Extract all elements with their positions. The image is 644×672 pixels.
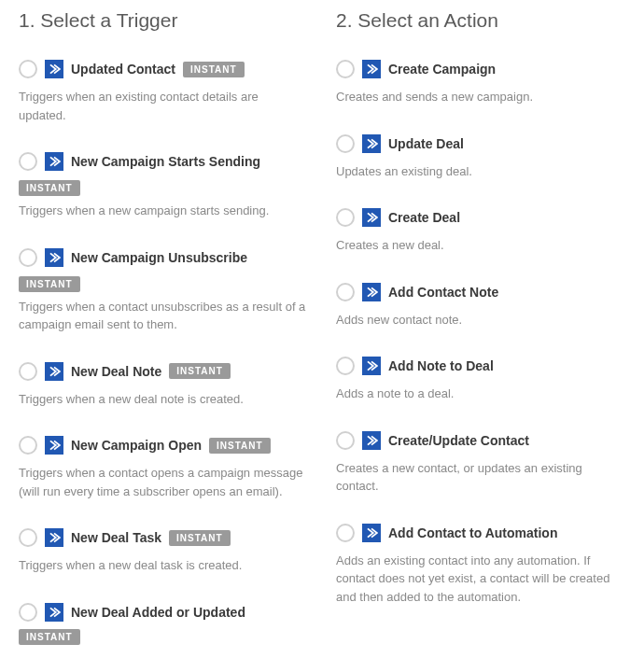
- option-header[interactable]: Create Deal: [336, 208, 625, 227]
- option-description: Adds new contact note.: [336, 311, 625, 329]
- app-chevrons-icon: [362, 134, 381, 153]
- option-title: Create/Update Contact: [388, 433, 529, 448]
- option-description: Creates a new contact, or updates an exi…: [336, 459, 625, 496]
- option-header[interactable]: Create/Update Contact: [336, 431, 625, 450]
- app-chevrons-icon: [45, 362, 63, 381]
- option-title: New Deal Added or Updated: [71, 605, 245, 620]
- app-chevrons-icon: [45, 436, 63, 455]
- option-description: Triggers when a contact unsubscribes as …: [19, 298, 308, 334]
- section-heading: 1. Select a Trigger: [19, 9, 308, 32]
- option-description: Triggers when a new deal note is created…: [19, 390, 308, 409]
- option-item: Add Contact to AutomationAdds an existin…: [336, 524, 625, 607]
- option-radio[interactable]: [19, 60, 37, 78]
- app-chevrons-icon: [362, 283, 381, 301]
- option-header[interactable]: New Deal Added or UpdatedINSTANT: [19, 603, 308, 645]
- option-radio[interactable]: [19, 362, 37, 381]
- instant-badge: INSTANT: [209, 438, 271, 454]
- option-title: Add Note to Deal: [388, 358, 494, 373]
- option-description: Adds a note to a deal.: [336, 385, 625, 403]
- app-chevrons-icon: [45, 152, 63, 171]
- option-radio[interactable]: [336, 431, 355, 450]
- option-radio[interactable]: [336, 208, 355, 227]
- option-header[interactable]: Add Note to Deal: [336, 357, 625, 375]
- option-header[interactable]: Add Contact to Automation: [336, 524, 625, 542]
- option-item: New Deal NoteINSTANTTriggers when a new …: [19, 362, 308, 409]
- option-title: Updated Contact: [71, 62, 175, 77]
- option-description: Triggers when a new deal task is created…: [19, 556, 308, 575]
- option-description: Adds an existing contact into any automa…: [336, 552, 625, 607]
- app-chevrons-icon: [45, 603, 63, 622]
- option-title: New Deal Note: [71, 364, 161, 379]
- option-title: Create Deal: [388, 210, 460, 225]
- option-radio[interactable]: [19, 248, 37, 267]
- option-radio[interactable]: [336, 524, 355, 542]
- option-item: New Deal TaskINSTANTTriggers when a new …: [19, 528, 308, 575]
- instant-badge: INSTANT: [19, 629, 80, 645]
- option-item: New Campaign Starts SendingINSTANTTrigge…: [19, 152, 308, 220]
- badge-row: INSTANT: [19, 180, 308, 196]
- option-title: Update Deal: [388, 136, 464, 151]
- app-chevrons-icon: [362, 357, 381, 375]
- option-item: New Campaign OpenINSTANTTriggers when a …: [19, 436, 308, 500]
- option-header[interactable]: Updated ContactINSTANT: [19, 60, 308, 78]
- option-title: New Deal Task: [71, 530, 161, 545]
- instant-badge: INSTANT: [19, 180, 80, 196]
- option-item: Create/Update ContactCreates a new conta…: [336, 431, 625, 496]
- option-radio[interactable]: [336, 357, 355, 375]
- option-description: Triggers when a contact opens a campaign…: [19, 464, 308, 500]
- option-header[interactable]: New Campaign Unsubscribe: [19, 248, 308, 267]
- instant-badge: INSTANT: [169, 530, 231, 546]
- option-description: Creates a new deal.: [336, 236, 625, 255]
- option-item: Create CampaignCreates and sends a new c…: [336, 60, 625, 106]
- option-radio[interactable]: [336, 283, 355, 301]
- option-header[interactable]: Create Campaign: [336, 60, 625, 78]
- option-description: Triggers when an existing contact detail…: [19, 88, 308, 124]
- badge-row: INSTANT: [19, 276, 308, 292]
- option-header[interactable]: Add Contact Note: [336, 283, 625, 301]
- option-title: Add Contact Note: [388, 285, 498, 300]
- instant-badge: INSTANT: [19, 276, 80, 292]
- option-item: Update DealUpdates an existing deal.: [336, 134, 625, 181]
- option-item: Create DealCreates a new deal.: [336, 208, 625, 255]
- option-title: Create Campaign: [388, 62, 496, 77]
- app-chevrons-icon: [362, 208, 381, 227]
- option-radio[interactable]: [336, 134, 355, 153]
- app-chevrons-icon: [45, 248, 63, 267]
- trigger-column: 1. Select a TriggerUpdated ContactINSTAN…: [19, 9, 308, 672]
- action-column: 2. Select an ActionCreate CampaignCreate…: [336, 9, 625, 672]
- option-header[interactable]: New Deal NoteINSTANT: [19, 362, 308, 381]
- option-radio[interactable]: [19, 152, 37, 171]
- option-radio[interactable]: [336, 60, 355, 78]
- option-item: Add Contact NoteAdds new contact note.: [336, 283, 625, 329]
- option-title: New Campaign Starts Sending: [71, 154, 260, 169]
- app-chevrons-icon: [45, 528, 63, 547]
- option-title: Add Contact to Automation: [388, 525, 557, 540]
- instant-badge: INSTANT: [183, 62, 245, 77]
- option-item: New Campaign UnsubscribeINSTANTTriggers …: [19, 248, 308, 334]
- option-header[interactable]: New Campaign OpenINSTANT: [19, 436, 308, 455]
- app-chevrons-icon: [362, 60, 381, 78]
- option-item: Updated ContactINSTANTTriggers when an e…: [19, 60, 308, 124]
- option-description: Updates an existing deal.: [336, 162, 625, 181]
- option-title: New Campaign Unsubscribe: [71, 250, 247, 265]
- option-title: New Campaign Open: [71, 438, 202, 453]
- app-chevrons-icon: [362, 524, 381, 542]
- option-radio[interactable]: [19, 528, 37, 547]
- option-radio[interactable]: [19, 603, 37, 622]
- option-description: Creates and sends a new campaign.: [336, 88, 625, 106]
- app-chevrons-icon: [362, 431, 381, 450]
- option-header[interactable]: Update Deal: [336, 134, 625, 153]
- instant-badge: INSTANT: [169, 363, 231, 379]
- section-heading: 2. Select an Action: [336, 9, 625, 32]
- option-description: Triggers when a new campaign starts send…: [19, 202, 308, 220]
- option-header[interactable]: New Deal TaskINSTANT: [19, 528, 308, 547]
- app-chevrons-icon: [45, 60, 63, 78]
- option-radio[interactable]: [19, 436, 37, 455]
- option-item: Add Note to DealAdds a note to a deal.: [336, 357, 625, 403]
- option-header[interactable]: New Campaign Starts Sending: [19, 152, 308, 171]
- option-item: New Deal Added or UpdatedINSTANT: [19, 603, 308, 645]
